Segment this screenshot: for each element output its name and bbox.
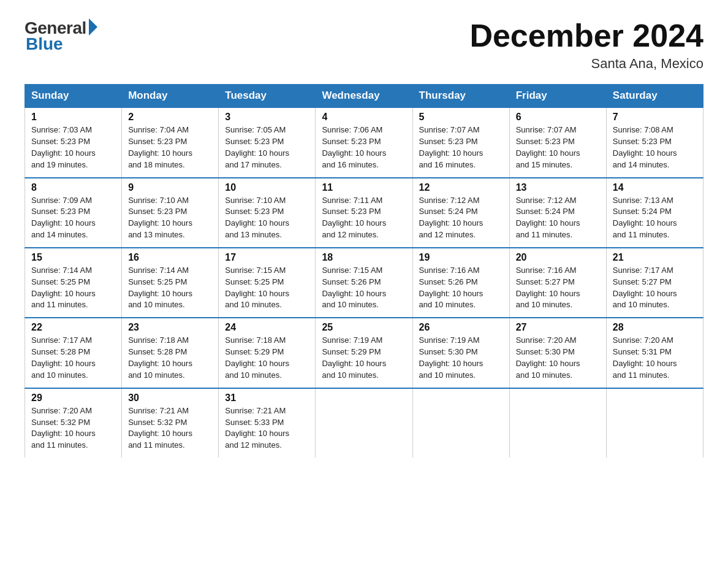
- calendar-week-row: 1Sunrise: 7:03 AMSunset: 5:23 PMDaylight…: [25, 107, 703, 177]
- day-number: 27: [516, 322, 600, 333]
- day-info: Sunrise: 7:19 AMSunset: 5:29 PMDaylight:…: [322, 335, 406, 381]
- title-area: December 2024 Santa Ana, Mexico: [469, 18, 703, 72]
- day-info: Sunrise: 7:14 AMSunset: 5:25 PMDaylight:…: [128, 265, 212, 311]
- day-info: Sunrise: 7:18 AMSunset: 5:29 PMDaylight:…: [225, 335, 309, 381]
- day-number: 15: [31, 252, 115, 263]
- logo: General Blue: [25, 18, 97, 54]
- calendar-cell: 5Sunrise: 7:07 AMSunset: 5:23 PMDaylight…: [412, 107, 509, 177]
- calendar-cell: 16Sunrise: 7:14 AMSunset: 5:25 PMDayligh…: [122, 248, 219, 318]
- calendar-table: SundayMondayTuesdayWednesdayThursdayFrid…: [25, 84, 703, 458]
- calendar-cell: 21Sunrise: 7:17 AMSunset: 5:27 PMDayligh…: [606, 248, 703, 318]
- calendar-cell: 17Sunrise: 7:15 AMSunset: 5:25 PMDayligh…: [219, 248, 316, 318]
- calendar-cell: 15Sunrise: 7:14 AMSunset: 5:25 PMDayligh…: [25, 248, 122, 318]
- day-info: Sunrise: 7:16 AMSunset: 5:27 PMDaylight:…: [516, 265, 600, 311]
- calendar-cell: 2Sunrise: 7:04 AMSunset: 5:23 PMDaylight…: [122, 107, 219, 177]
- calendar-cell: 20Sunrise: 7:16 AMSunset: 5:27 PMDayligh…: [509, 248, 606, 318]
- calendar-cell: 12Sunrise: 7:12 AMSunset: 5:24 PMDayligh…: [412, 178, 509, 248]
- day-number: 16: [128, 252, 212, 263]
- day-info: Sunrise: 7:17 AMSunset: 5:28 PMDaylight:…: [31, 335, 115, 381]
- weekday-header-saturday: Saturday: [606, 85, 703, 108]
- day-number: 23: [128, 322, 212, 333]
- day-number: 18: [322, 252, 406, 263]
- weekday-header-wednesday: Wednesday: [316, 85, 412, 108]
- day-number: 3: [225, 112, 309, 123]
- calendar-cell: 29Sunrise: 7:20 AMSunset: 5:32 PMDayligh…: [25, 388, 122, 458]
- weekday-header-monday: Monday: [122, 85, 219, 108]
- day-number: 31: [225, 393, 309, 404]
- day-info: Sunrise: 7:20 AMSunset: 5:32 PMDaylight:…: [31, 405, 115, 451]
- calendar-cell: 22Sunrise: 7:17 AMSunset: 5:28 PMDayligh…: [25, 318, 122, 388]
- day-info: Sunrise: 7:09 AMSunset: 5:23 PMDaylight:…: [31, 195, 115, 241]
- day-number: 30: [128, 393, 212, 404]
- calendar-week-row: 29Sunrise: 7:20 AMSunset: 5:32 PMDayligh…: [25, 388, 703, 458]
- weekday-header-thursday: Thursday: [412, 85, 509, 108]
- day-number: 28: [613, 322, 697, 333]
- day-number: 11: [322, 182, 406, 193]
- day-info: Sunrise: 7:20 AMSunset: 5:30 PMDaylight:…: [516, 335, 600, 381]
- logo-blue-text: Blue: [26, 34, 63, 54]
- day-number: 13: [516, 182, 600, 193]
- day-number: 1: [31, 112, 115, 123]
- day-info: Sunrise: 7:07 AMSunset: 5:23 PMDaylight:…: [516, 124, 600, 170]
- calendar-cell: 31Sunrise: 7:21 AMSunset: 5:33 PMDayligh…: [219, 388, 316, 458]
- calendar-cell: 11Sunrise: 7:11 AMSunset: 5:23 PMDayligh…: [316, 178, 412, 248]
- calendar-cell: 23Sunrise: 7:18 AMSunset: 5:28 PMDayligh…: [122, 318, 219, 388]
- page-header: General Blue December 2024 Santa Ana, Me…: [25, 18, 703, 72]
- day-info: Sunrise: 7:03 AMSunset: 5:23 PMDaylight:…: [31, 124, 115, 170]
- day-info: Sunrise: 7:20 AMSunset: 5:31 PMDaylight:…: [613, 335, 697, 381]
- calendar-cell: 9Sunrise: 7:10 AMSunset: 5:23 PMDaylight…: [122, 178, 219, 248]
- weekday-header-tuesday: Tuesday: [219, 85, 316, 108]
- calendar-cell: [412, 388, 509, 458]
- day-info: Sunrise: 7:16 AMSunset: 5:26 PMDaylight:…: [419, 265, 503, 311]
- day-number: 5: [419, 112, 503, 123]
- calendar-cell: 13Sunrise: 7:12 AMSunset: 5:24 PMDayligh…: [509, 178, 606, 248]
- calendar-week-row: 8Sunrise: 7:09 AMSunset: 5:23 PMDaylight…: [25, 178, 703, 248]
- day-info: Sunrise: 7:12 AMSunset: 5:24 PMDaylight:…: [419, 195, 503, 241]
- day-number: 10: [225, 182, 309, 193]
- day-info: Sunrise: 7:08 AMSunset: 5:23 PMDaylight:…: [613, 124, 697, 170]
- day-number: 19: [419, 252, 503, 263]
- calendar-cell: [606, 388, 703, 458]
- calendar-cell: 27Sunrise: 7:20 AMSunset: 5:30 PMDayligh…: [509, 318, 606, 388]
- day-number: 21: [613, 252, 697, 263]
- calendar-cell: 24Sunrise: 7:18 AMSunset: 5:29 PMDayligh…: [219, 318, 316, 388]
- calendar-cell: 7Sunrise: 7:08 AMSunset: 5:23 PMDaylight…: [606, 107, 703, 177]
- day-info: Sunrise: 7:13 AMSunset: 5:24 PMDaylight:…: [613, 195, 697, 241]
- day-number: 9: [128, 182, 212, 193]
- calendar-cell: 14Sunrise: 7:13 AMSunset: 5:24 PMDayligh…: [606, 178, 703, 248]
- calendar-cell: [316, 388, 412, 458]
- calendar-cell: 25Sunrise: 7:19 AMSunset: 5:29 PMDayligh…: [316, 318, 412, 388]
- calendar-cell: 26Sunrise: 7:19 AMSunset: 5:30 PMDayligh…: [412, 318, 509, 388]
- calendar-cell: 8Sunrise: 7:09 AMSunset: 5:23 PMDaylight…: [25, 178, 122, 248]
- day-number: 29: [31, 393, 115, 404]
- day-info: Sunrise: 7:21 AMSunset: 5:32 PMDaylight:…: [128, 405, 212, 451]
- logo-arrow-icon: [89, 18, 97, 36]
- day-info: Sunrise: 7:14 AMSunset: 5:25 PMDaylight:…: [31, 265, 115, 311]
- day-info: Sunrise: 7:15 AMSunset: 5:25 PMDaylight:…: [225, 265, 309, 311]
- calendar-cell: 3Sunrise: 7:05 AMSunset: 5:23 PMDaylight…: [219, 107, 316, 177]
- day-number: 20: [516, 252, 600, 263]
- day-info: Sunrise: 7:19 AMSunset: 5:30 PMDaylight:…: [419, 335, 503, 381]
- calendar-cell: 28Sunrise: 7:20 AMSunset: 5:31 PMDayligh…: [606, 318, 703, 388]
- calendar-week-row: 15Sunrise: 7:14 AMSunset: 5:25 PMDayligh…: [25, 248, 703, 318]
- calendar-cell: 30Sunrise: 7:21 AMSunset: 5:32 PMDayligh…: [122, 388, 219, 458]
- day-info: Sunrise: 7:04 AMSunset: 5:23 PMDaylight:…: [128, 124, 212, 170]
- day-info: Sunrise: 7:06 AMSunset: 5:23 PMDaylight:…: [322, 124, 406, 170]
- day-info: Sunrise: 7:10 AMSunset: 5:23 PMDaylight:…: [225, 195, 309, 241]
- day-number: 6: [516, 112, 600, 123]
- calendar-cell: 1Sunrise: 7:03 AMSunset: 5:23 PMDaylight…: [25, 107, 122, 177]
- day-info: Sunrise: 7:11 AMSunset: 5:23 PMDaylight:…: [322, 195, 406, 241]
- day-number: 24: [225, 322, 309, 333]
- calendar-cell: 10Sunrise: 7:10 AMSunset: 5:23 PMDayligh…: [219, 178, 316, 248]
- day-info: Sunrise: 7:12 AMSunset: 5:24 PMDaylight:…: [516, 195, 600, 241]
- calendar-cell: 18Sunrise: 7:15 AMSunset: 5:26 PMDayligh…: [316, 248, 412, 318]
- day-number: 8: [31, 182, 115, 193]
- day-info: Sunrise: 7:17 AMSunset: 5:27 PMDaylight:…: [613, 265, 697, 311]
- day-number: 2: [128, 112, 212, 123]
- day-info: Sunrise: 7:05 AMSunset: 5:23 PMDaylight:…: [225, 124, 309, 170]
- day-info: Sunrise: 7:21 AMSunset: 5:33 PMDaylight:…: [225, 405, 309, 451]
- weekday-header-sunday: Sunday: [25, 85, 122, 108]
- calendar-cell: [509, 388, 606, 458]
- day-number: 7: [613, 112, 697, 123]
- day-number: 17: [225, 252, 309, 263]
